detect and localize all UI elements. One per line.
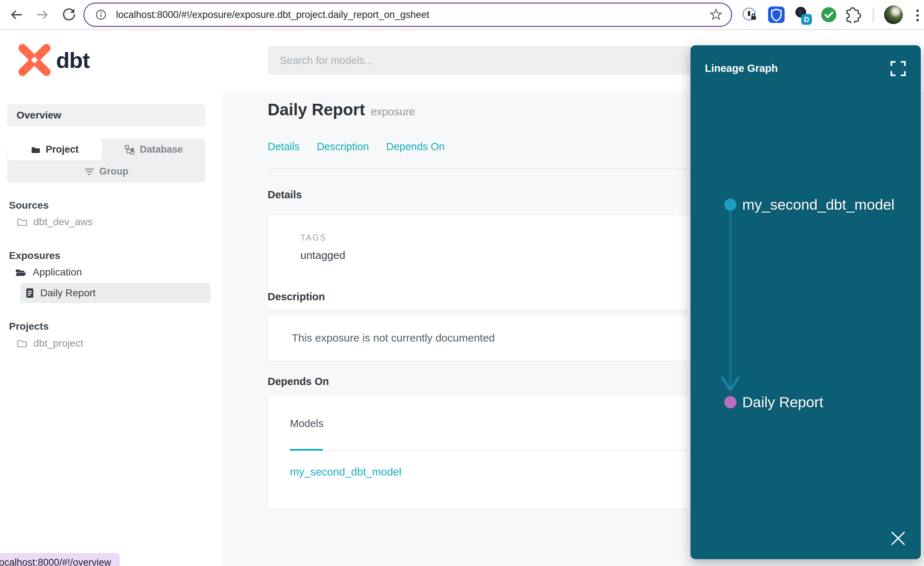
- sources-section-header: Sources: [9, 200, 49, 211]
- sidebar: Overview Project Database: [0, 91, 223, 566]
- lineage-node-exposure[interactable]: Daily Report: [724, 394, 824, 411]
- fullscreen-icon[interactable]: [890, 60, 906, 77]
- lineage-graph-panel: Lineage Graph my_second_dbt_model Daily …: [690, 45, 921, 559]
- url-text: localhost:8000/#!/exposure/exposure.dbt_…: [116, 9, 429, 21]
- tab-project[interactable]: Project: [7, 139, 102, 160]
- bookmark-star-icon[interactable]: [710, 8, 723, 21]
- model-link[interactable]: my_second_dbt_model: [290, 466, 401, 478]
- view-tab-group: Project Database Group: [7, 139, 206, 183]
- folder-outline-icon: [16, 217, 27, 227]
- profile-avatar[interactable]: [884, 5, 903, 24]
- anchor-details[interactable]: Details: [268, 141, 300, 153]
- lineage-node-model[interactable]: my_second_dbt_model: [724, 196, 894, 213]
- tab-database[interactable]: Database: [102, 139, 206, 160]
- forward-icon[interactable]: [34, 6, 52, 23]
- tab-database-label: Database: [140, 144, 183, 155]
- dbt-logo[interactable]: dbt: [16, 41, 90, 79]
- site-info-icon[interactable]: [95, 9, 107, 21]
- tab-group-label: Group: [99, 166, 129, 177]
- depends-on-heading: Depends On: [268, 376, 329, 388]
- tab-group[interactable]: Group: [7, 160, 206, 183]
- sidebar-item-dbt-dev-aws[interactable]: dbt_dev_aws: [16, 216, 93, 228]
- folder-open-icon: [15, 268, 27, 277]
- overview-label: Overview: [16, 109, 62, 121]
- sidebar-item-dbt-project[interactable]: dbt_project: [16, 338, 83, 349]
- close-icon[interactable]: [891, 531, 906, 546]
- sidebar-item-overview[interactable]: Overview: [7, 104, 206, 126]
- tree-icon: [124, 145, 135, 155]
- back-icon[interactable]: [7, 6, 24, 23]
- description-heading: Description: [268, 291, 325, 303]
- extensions-puzzle-icon[interactable]: [845, 6, 862, 23]
- screen: localhost:8000/#!/exposure/exposure.dbt_…: [0, 0, 924, 566]
- page-title: Daily Report exposure: [268, 100, 415, 119]
- anchor-links: Details Description Depends On: [268, 141, 445, 153]
- sidebar-item-daily-report[interactable]: Daily Report: [20, 283, 210, 303]
- resource-type-label: exposure: [371, 106, 415, 118]
- url-bar[interactable]: localhost:8000/#!/exposure/exposure.dbt_…: [83, 3, 732, 27]
- document-icon: [26, 288, 34, 298]
- exposures-section-header: Exposures: [9, 250, 60, 262]
- toolbar-divider: [873, 7, 874, 22]
- description-body: This exposure is not currently documente…: [292, 332, 495, 344]
- shield-extension-icon[interactable]: [768, 6, 785, 23]
- exposure-node-dot: [724, 396, 736, 408]
- browser-chrome: localhost:8000/#!/exposure/exposure.dbt_…: [0, 0, 924, 30]
- reload-icon[interactable]: [60, 6, 78, 23]
- exposure-node-label: Daily Report: [742, 394, 824, 411]
- extension-badge: D: [801, 14, 812, 25]
- check-extension-icon[interactable]: [820, 6, 837, 23]
- browser-menu-icon[interactable]: [914, 7, 921, 23]
- sidebar-item-application[interactable]: Application: [15, 267, 82, 278]
- projects-section-header: Projects: [9, 321, 49, 332]
- model-node-label: my_second_dbt_model: [742, 196, 894, 213]
- tab-project-label: Project: [46, 144, 79, 155]
- details-heading: Details: [268, 189, 302, 201]
- lineage-title: Lineage Graph: [705, 63, 778, 74]
- search-extension-icon[interactable]: D: [794, 6, 811, 23]
- models-tab[interactable]: Models: [290, 418, 324, 429]
- status-bubble: localhost:8000/#!/overview: [0, 553, 119, 566]
- folder-icon: [30, 145, 40, 154]
- folder-outline-icon: [16, 339, 27, 348]
- password-manager-extension-icon[interactable]: [741, 6, 758, 23]
- dbt-logo-text: dbt: [56, 47, 90, 73]
- filter-lines-icon: [84, 167, 94, 176]
- model-node-dot: [724, 199, 736, 211]
- anchor-description[interactable]: Description: [317, 141, 369, 153]
- anchor-depends-on[interactable]: Depends On: [386, 141, 445, 153]
- dbt-logo-mark: [16, 41, 53, 79]
- lineage-edge-arrow: [716, 211, 745, 395]
- exposure-name: Daily Report: [268, 100, 365, 119]
